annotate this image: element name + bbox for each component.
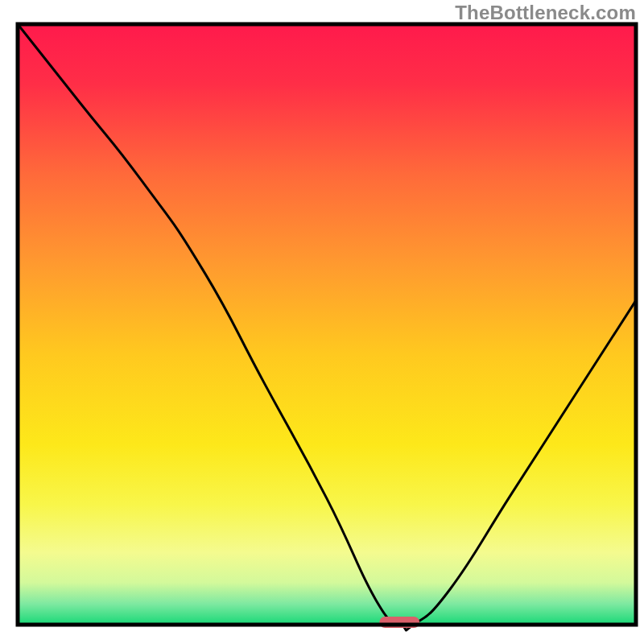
watermark-text: TheBottleneck.com bbox=[455, 2, 636, 24]
plot-background bbox=[18, 24, 636, 625]
bottleneck-chart bbox=[0, 0, 644, 644]
chart-container: TheBottleneck.com bbox=[0, 0, 644, 644]
